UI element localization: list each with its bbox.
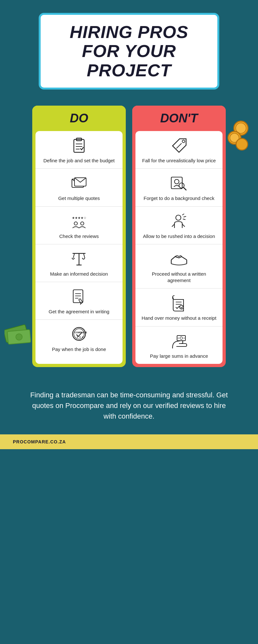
dont-column-header: DON'T [132, 106, 226, 131]
header-box: HIRING PROS FOR YOUR PROJECT [39, 13, 219, 90]
do-item-decision-text: Make an informed decision [50, 271, 108, 277]
document-pen-icon [70, 288, 88, 306]
do-item-decision: Make an informed decision [35, 244, 123, 282]
do-item-quotes-text: Get multiple quotes [58, 195, 100, 202]
do-item-define-job: Define the job and set the budget [35, 131, 123, 169]
svg-point-4 [236, 138, 248, 150]
svg-point-52 [180, 337, 183, 339]
stars-people-icon: ★★★★☆ [70, 213, 88, 231]
svg-line-44 [182, 224, 185, 227]
svg-line-34 [176, 143, 182, 148]
do-item-reviews: ★★★★☆ Check the reviews [35, 207, 123, 244]
dont-item-background: Forget to do a background check [135, 169, 223, 206]
svg-point-17 [74, 222, 77, 225]
do-label: DO [70, 111, 88, 125]
clipboard-icon [70, 137, 88, 155]
dont-item-advance: Pay large sums in advance [135, 327, 223, 364]
coins-decoration [223, 118, 249, 152]
dont-column-inner: Fall for the unrealistically low price F… [135, 131, 223, 364]
svg-text:★★★★☆: ★★★★☆ [72, 216, 86, 220]
svg-line-22 [84, 253, 85, 258]
dont-item-written: Proceed without a written agreement [135, 244, 223, 289]
columns-section: DO Define the job and set the budget [0, 99, 258, 380]
do-column-header: DO [32, 106, 126, 131]
svg-line-40 [184, 216, 186, 217]
svg-point-42 [176, 215, 181, 220]
dont-item-receipt: Hand over money without a receipt [135, 289, 223, 326]
svg-line-43 [172, 224, 174, 227]
dont-item-background-text: Forget to do a background check [144, 195, 214, 202]
do-item-pay-done-text: Pay when the job is done [52, 346, 106, 353]
dont-item-low-price: Fall for the unrealistically low price [135, 131, 223, 169]
dont-item-low-price-text: Fall for the unrealistically low price [142, 157, 216, 164]
dont-label: DON'T [160, 111, 198, 125]
svg-point-29 [73, 327, 85, 340]
svg-line-39 [182, 214, 184, 215]
scales-icon [70, 250, 88, 268]
dont-column: DON'T Fall for the unrealistically low p… [132, 106, 226, 367]
svg-point-33 [182, 140, 185, 143]
do-item-quotes: Get multiple quotes [35, 169, 123, 206]
do-item-agreement-text: Get the agreement in writing [49, 308, 109, 315]
do-item-reviews-text: Check the reviews [59, 233, 99, 240]
svg-point-8 [15, 334, 23, 341]
dont-item-written-text: Proceed without a written agreement [141, 271, 217, 284]
brand-footer: PROCOMPARE.CO.ZA [0, 434, 258, 449]
do-column: DO Define the job and set the budget [32, 106, 126, 367]
svg-text:★ ★ ★: ★ ★ ★ [76, 336, 84, 338]
dont-item-advance-text: Pay large sums in advance [150, 353, 208, 359]
footer-section: Finding a tradesman can be time-consumin… [0, 380, 258, 428]
do-item-define-job-text: Define the job and set the budget [43, 157, 114, 164]
scroll-check-icon [170, 294, 188, 312]
do-item-agreement: Get the agreement in writing [35, 282, 123, 320]
dont-item-receipt-text: Hand over money without a receipt [142, 315, 216, 321]
stressed-person-icon [170, 213, 188, 231]
svg-point-18 [81, 222, 84, 225]
do-column-inner: Define the job and set the budget Get mu… [35, 131, 123, 364]
handshake-icon [170, 250, 188, 268]
svg-line-41 [183, 219, 185, 220]
dont-item-rushed: Allow to be rushed into a decision [135, 207, 223, 244]
dont-item-rushed-text: Allow to be rushed into a decision [143, 233, 215, 240]
cash-hand-icon [170, 332, 188, 350]
svg-rect-9 [74, 139, 84, 152]
footer-text: Finding a tradesman can be time-consumin… [26, 390, 232, 421]
bills-decoration [5, 321, 34, 348]
svg-line-21 [73, 253, 74, 258]
svg-line-38 [184, 187, 186, 190]
stamp-complete-icon: COMPLETE ★ ★ ★ [70, 326, 88, 344]
header-title: HIRING PROS FOR YOUR PROJECT [54, 23, 204, 80]
price-tag-icon [170, 137, 188, 155]
svg-point-36 [174, 179, 179, 184]
envelopes-icon [70, 175, 88, 193]
brand-text: PROCOMPARE.CO.ZA [13, 439, 66, 444]
header-section: HIRING PROS FOR YOUR PROJECT [0, 0, 258, 99]
do-item-pay-done: COMPLETE ★ ★ ★ Pay when the job is done [35, 320, 123, 357]
magnify-person-icon [170, 175, 188, 193]
